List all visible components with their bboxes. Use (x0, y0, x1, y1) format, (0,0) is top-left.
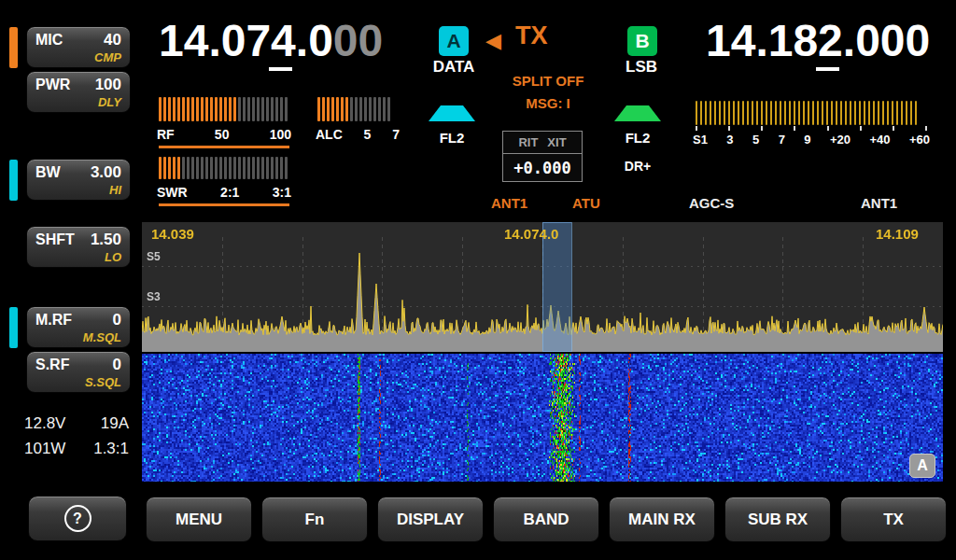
knob-bw[interactable]: BW3.00 HI (26, 159, 131, 201)
scope-freq-left: 14.039 (151, 226, 194, 242)
srf-value: 0 (113, 356, 121, 374)
vfo-b-step-marker (816, 67, 839, 71)
filter-passband-icon-b[interactable] (614, 105, 661, 121)
scope-s3-label: S3 (147, 290, 161, 303)
scope-s5-label: S5 (147, 250, 161, 263)
pwr-sub-label: DLY (35, 95, 121, 109)
scope-freq-right: 14.109 (876, 226, 919, 242)
knob-pwr[interactable]: PWR100 DLY (26, 71, 131, 113)
rit-label[interactable]: RIT (518, 135, 538, 149)
s-scale-p40: +40 (869, 133, 890, 147)
help-icon: ? (64, 505, 91, 532)
rit-xit-display[interactable]: RIT XIT +0.000 (502, 131, 583, 182)
output-status: 101W 1.3:1 (24, 440, 129, 458)
mrf-accent-bar (9, 307, 18, 348)
sub-rx-button[interactable]: SUB RX (724, 497, 831, 542)
tx-indicator[interactable]: TX (515, 21, 548, 50)
pwr-label: PWR (35, 77, 70, 93)
s-scale-p60: +60 (909, 133, 930, 147)
agc-indicator[interactable]: AGC-S (689, 195, 734, 211)
rit-offset-value: +0.000 (503, 154, 582, 181)
knob-mrf[interactable]: M.RF0 M.SQL (26, 306, 131, 348)
voltage-readout: 12.8V (24, 414, 65, 433)
rf-meter-zone-line (159, 146, 289, 148)
mic-label: MIC (35, 32, 63, 49)
waterfall-vfo-badge[interactable]: A (909, 454, 935, 478)
power-readout: 101W (24, 440, 65, 458)
pwr-value: 100 (95, 76, 121, 94)
knob-mic[interactable]: MIC40 CMP (26, 26, 131, 68)
mrf-label: M.RF (35, 312, 72, 329)
swr-scale-2-1: 2:1 (220, 185, 239, 200)
mic-sub-label: CMP (35, 50, 121, 64)
s-scale-s1: S1 (693, 133, 708, 147)
vfo-b-freq: 14.182.000 (706, 16, 930, 65)
filter-label-b[interactable]: FL2 (614, 130, 661, 146)
tx-arrow-icon: ◀ (485, 29, 501, 53)
bw-sub-label: HI (35, 183, 121, 197)
radio-main-screen: { "colors": { "accent_orange": "#f08020"… (0, 0, 956, 560)
swr-readout: 1.3:1 (93, 440, 129, 458)
vfo-b-frequency[interactable]: 14.182.000 (706, 15, 930, 66)
waterfall-canvas[interactable] (142, 354, 943, 482)
display-button[interactable]: DISPLAY (377, 497, 484, 542)
alc-meter-scale: ALC 5 7 (316, 127, 400, 142)
knob-srf[interactable]: S.RF0 S.SQL (26, 351, 131, 393)
vfo-b-mode[interactable]: LSB (616, 58, 667, 77)
bw-accent-bar (9, 160, 18, 201)
bw-value: 3.00 (91, 163, 121, 182)
message-indicator[interactable]: MSG: I (497, 95, 599, 111)
sub-s-meter-scale: S1 3 5 7 9 +20 +40 +60 (693, 133, 930, 147)
swr-meter (159, 157, 289, 179)
help-button[interactable]: ? (28, 496, 127, 541)
vfo-a-badge[interactable]: A (439, 26, 469, 56)
vfo-a-freq-bright: 14.074.0 (159, 16, 333, 65)
shft-sub-label: LO (35, 250, 121, 264)
alc-meter (317, 97, 397, 121)
filter-label-a[interactable]: FL2 (429, 130, 475, 146)
vfo-b-badge[interactable]: B (627, 26, 657, 56)
split-status[interactable]: SPLIT OFF (497, 73, 599, 89)
xit-label[interactable]: XIT (547, 135, 566, 149)
s-scale-p20: +20 (830, 133, 851, 147)
vfo-a-freq-dim: 00 (333, 16, 383, 65)
knob-shft[interactable]: SHFT1.50 LO (26, 226, 131, 268)
srf-sub-label: S.SQL (35, 375, 121, 389)
bw-label: BW (35, 164, 61, 181)
tx-button[interactable]: TX (840, 497, 947, 542)
antenna-main-indicator[interactable]: ANT1 (491, 195, 527, 211)
antenna-sub-indicator[interactable]: ANT1 (861, 195, 897, 211)
mic-value: 40 (104, 31, 121, 49)
vfo-a-step-marker (269, 67, 292, 71)
rf-meter (159, 97, 289, 121)
supply-status: 12.8V 19A (24, 414, 129, 433)
swr-scale-3-1: 3:1 (273, 185, 291, 200)
swr-meter-scale: SWR 2:1 3:1 (157, 185, 291, 200)
band-button[interactable]: BAND (493, 497, 599, 542)
s-scale-7: 7 (779, 133, 785, 147)
rf-scale-50: 50 (215, 127, 230, 142)
main-rx-button[interactable]: MAIN RX (609, 497, 715, 542)
sub-s-meter-ticks (696, 126, 927, 131)
vfo-a-mode[interactable]: DATA (426, 58, 482, 77)
alc-scale-label: ALC (316, 127, 343, 142)
mrf-sub-label: M.SQL (35, 330, 121, 344)
s-scale-9: 9 (804, 133, 810, 147)
rf-meter-scale: RF 50 100 (157, 127, 291, 142)
alc-scale-5: 5 (364, 127, 372, 142)
mrf-value: 0 (113, 311, 121, 329)
filter-passband-icon-a[interactable] (429, 105, 475, 121)
swr-scale-label: SWR (157, 185, 188, 200)
fn-button[interactable]: Fn (261, 497, 368, 542)
shft-label: SHFT (35, 231, 75, 248)
srf-label: S.RF (35, 357, 69, 373)
vfo-a-frequency[interactable]: 14.074.000 (159, 15, 383, 66)
menu-button[interactable]: MENU (146, 497, 252, 542)
s-scale-3: 3 (726, 133, 733, 147)
current-readout: 19A (101, 414, 129, 433)
swr-meter-zone-line (159, 203, 289, 206)
atu-indicator[interactable]: ATU (572, 195, 600, 211)
rf-scale-100: 100 (270, 127, 291, 142)
s-scale-5: 5 (752, 133, 759, 147)
scope-freq-center: 14.074.0 (504, 226, 558, 242)
